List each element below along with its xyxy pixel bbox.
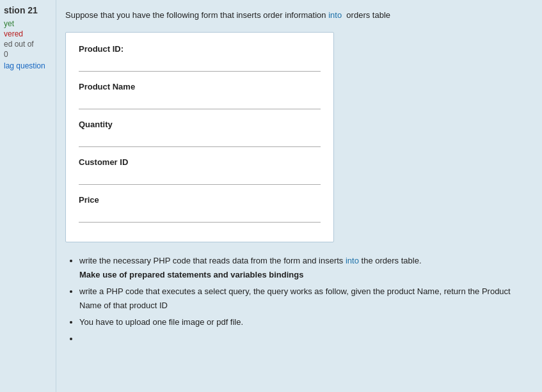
sidebar: stion 21 yet vered ed out of 0 lag quest… xyxy=(0,0,56,392)
flag-question-link[interactable]: lag question xyxy=(4,61,52,70)
label-quantity: Quantity xyxy=(79,120,321,129)
instructions-list: write the necessary PHP code that reads … xyxy=(65,254,529,347)
sidebar-status-answered: vered xyxy=(4,29,52,38)
form-card: Product ID: Product Name Quantity Custom… xyxy=(65,32,334,242)
question-text: Suppose that you have the following form… xyxy=(65,9,529,22)
sidebar-status-yet: yet xyxy=(4,19,52,28)
field-product-name: Product Name xyxy=(79,82,321,109)
main-content: Suppose that you have the following form… xyxy=(56,0,542,392)
instruction-1: write the necessary PHP code that reads … xyxy=(79,254,529,282)
instruction-4 xyxy=(79,332,529,346)
field-quantity: Quantity xyxy=(79,120,321,147)
sidebar-question-number: stion 21 xyxy=(4,5,52,15)
instruction-2: write a PHP code that executes a select … xyxy=(79,285,529,313)
label-product-name: Product Name xyxy=(79,82,321,91)
label-customer-id: Customer ID xyxy=(79,157,321,167)
label-product-id: Product ID: xyxy=(79,44,321,54)
field-price: Price xyxy=(79,195,321,223)
input-price[interactable] xyxy=(79,207,321,223)
label-price: Price xyxy=(79,195,321,205)
field-customer-id: Customer ID xyxy=(79,157,321,185)
sidebar-marked-label: ed out of xyxy=(4,40,52,49)
input-quantity[interactable] xyxy=(79,132,321,147)
input-product-name[interactable] xyxy=(79,94,321,109)
instruction-3: You have to upload one file image or pdf… xyxy=(79,315,529,329)
input-product-id[interactable] xyxy=(79,56,321,72)
input-customer-id[interactable] xyxy=(79,169,321,185)
field-product-id: Product ID: xyxy=(79,44,321,72)
sidebar-marked-value: 0 xyxy=(4,50,52,59)
